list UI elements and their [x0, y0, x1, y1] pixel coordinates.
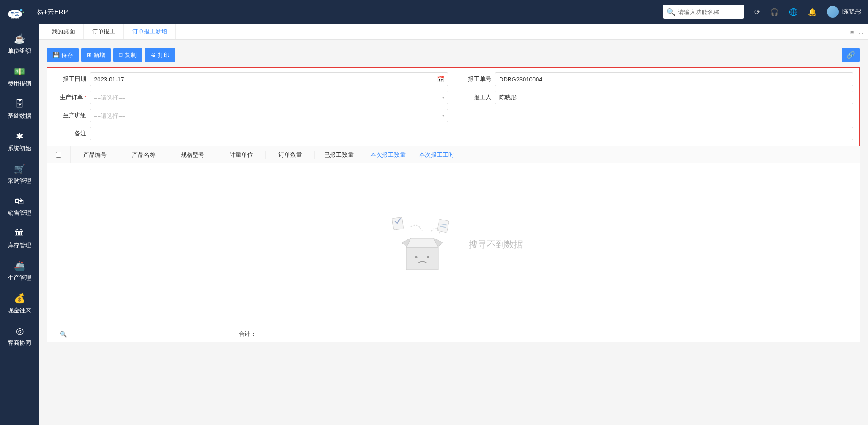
table: 产品编号产品名称规格型号计量单位订单数量已报工数量本次报工数量本次报工工时: [47, 146, 860, 342]
sidebar-item-5[interactable]: 🛍销售管理: [0, 191, 39, 223]
search-input[interactable]: [678, 9, 754, 15]
order-select[interactable]: ==请选择==: [90, 91, 448, 104]
sidebar-icon: ☕: [14, 33, 25, 44]
save-button[interactable]: 💾保存: [47, 48, 79, 62]
collapse-icon[interactable]: −: [52, 331, 56, 338]
sidebar-icon: 🏛: [15, 228, 24, 239]
date-input[interactable]: [90, 72, 448, 86]
tab-2[interactable]: 订单报工新增: [124, 24, 176, 39]
sidebar-icon: ✱: [16, 131, 24, 142]
docno-input[interactable]: [495, 72, 853, 86]
sidebar-icon: 🛍: [15, 196, 24, 206]
svg-point-9: [415, 256, 418, 258]
sidebar-item-8[interactable]: 💰现金往来: [0, 287, 39, 320]
svg-point-10: [427, 256, 429, 258]
logo: 千云KCLOUD 易+云ERP: [7, 5, 68, 19]
form-panel: 报工日期 📅 报工单号 生产订单*: [47, 67, 860, 146]
sidebar-item-9[interactable]: ◎客商协同: [0, 320, 39, 353]
copy-label: 复制: [125, 51, 137, 59]
sidebar-icon: 🛒: [14, 163, 25, 174]
header-checkbox-cell: [47, 146, 71, 163]
new-button[interactable]: ⊞新增: [81, 48, 111, 62]
sidebar-icon: 🗄: [15, 99, 24, 109]
footer-search-icon[interactable]: 🔍: [60, 331, 67, 338]
sidebar-icon: 💵: [14, 66, 25, 77]
refresh-icon[interactable]: ⟳: [754, 8, 760, 16]
sidebar-label: 客商协同: [8, 339, 31, 347]
reporter-input[interactable]: [495, 91, 853, 104]
support-icon[interactable]: 🎧: [770, 8, 779, 16]
svg-point-1: [20, 9, 23, 11]
sidebar-item-6[interactable]: 🏛库存管理: [0, 223, 39, 255]
col-header-3: 计量单位: [217, 151, 266, 159]
sidebar-label: 系统初始: [8, 144, 31, 153]
svg-rect-11: [392, 217, 403, 230]
toolbar: 💾保存 ⊞新增 ⧉复制 🖨打印 🔗: [47, 48, 860, 62]
sidebar-icon: 🚢: [14, 260, 25, 271]
tab-0[interactable]: 我的桌面: [43, 24, 84, 39]
sidebar-label: 现金往来: [8, 306, 31, 315]
empty-text: 搜寻不到数据: [469, 239, 523, 251]
col-header-5: 已报工数量: [315, 151, 363, 159]
team-select[interactable]: ==请选择==: [90, 109, 448, 122]
sidebar-item-1[interactable]: 💵费用报销: [0, 61, 39, 93]
share-icon: 🔗: [846, 51, 855, 59]
svg-marker-6: [406, 238, 438, 247]
print-button[interactable]: 🖨打印: [145, 48, 175, 62]
sidebar-label: 销售管理: [8, 209, 31, 217]
globe-icon[interactable]: 🌐: [789, 8, 798, 16]
user-menu[interactable]: 陈晓彤: [827, 6, 861, 18]
sidebar-label: 生产管理: [8, 274, 31, 282]
print-label: 打印: [158, 51, 170, 59]
tabs-bar: 我的桌面订单报工订单报工新增 ▣ ⛶: [39, 24, 868, 40]
svg-text:KCLOUD: KCLOUD: [11, 17, 19, 19]
username: 陈晓彤: [842, 8, 861, 16]
share-button[interactable]: 🔗: [842, 48, 860, 62]
select-all-checkbox[interactable]: [56, 152, 61, 158]
sidebar-item-3[interactable]: ✱系统初始: [0, 125, 39, 158]
tab-1[interactable]: 订单报工: [84, 24, 124, 39]
sidebar-item-0[interactable]: ☕单位组织: [0, 28, 39, 61]
top-header: 千云KCLOUD 易+云ERP 🔍 ⟳ 🎧 🌐 🔔 陈晓彤: [0, 0, 868, 24]
main-area: 我的桌面订单报工订单报工新增 ▣ ⛶ 💾保存 ⊞新增 ⧉复制 🖨打印 🔗 报工日…: [39, 24, 868, 425]
col-header-6: 本次报工数量: [363, 151, 412, 159]
col-header-4: 订单数量: [266, 151, 315, 159]
svg-rect-5: [406, 247, 438, 270]
copy-button[interactable]: ⧉复制: [113, 48, 142, 62]
col-header-0: 产品编号: [71, 151, 119, 159]
bell-icon[interactable]: 🔔: [808, 8, 817, 16]
reporter-label: 报工人: [459, 93, 491, 101]
plus-icon: ⊞: [87, 52, 92, 58]
new-label: 新增: [94, 51, 105, 59]
docno-label: 报工单号: [459, 75, 491, 83]
tabs-controls: ▣ ⛶: [849, 24, 868, 39]
empty-box-icon: [384, 211, 461, 279]
header-right: 🔍 ⟳ 🎧 🌐 🔔 陈晓彤: [663, 5, 861, 19]
col-header-1: 产品名称: [119, 151, 168, 159]
col-header-7: 本次报工工时: [412, 151, 461, 159]
sidebar-item-4[interactable]: 🛒采购管理: [0, 158, 39, 191]
save-label: 保存: [61, 51, 73, 59]
search-box[interactable]: 🔍: [663, 5, 744, 19]
expand-icon[interactable]: ⛶: [858, 29, 863, 35]
date-label: 报工日期: [54, 75, 86, 83]
save-icon: 💾: [52, 52, 60, 58]
svg-point-2: [23, 12, 24, 13]
table-header: 产品编号产品名称规格型号计量单位订单数量已报工数量本次报工数量本次报工工时: [47, 146, 860, 163]
sidebar-label: 基础数据: [8, 112, 31, 120]
sidebar-icon: 💰: [14, 293, 25, 304]
table-footer: − 🔍 合计：: [47, 326, 860, 342]
close-tab-icon[interactable]: ▣: [849, 29, 854, 35]
sidebar-item-2[interactable]: 🗄基础数据: [0, 93, 39, 125]
app-name: 易+云ERP: [37, 8, 68, 16]
sidebar-label: 采购管理: [8, 177, 31, 185]
sidebar-item-7[interactable]: 🚢生产管理: [0, 255, 39, 287]
remark-input[interactable]: [90, 127, 853, 140]
print-icon: 🖨: [150, 52, 156, 58]
logo-icon: 千云KCLOUD: [7, 5, 26, 19]
sidebar-icon: ◎: [16, 325, 24, 336]
sidebar-label: 库存管理: [8, 241, 31, 249]
sidebar-label: 单位组织: [8, 47, 31, 55]
search-icon: 🔍: [666, 8, 675, 16]
content: 💾保存 ⊞新增 ⧉复制 🖨打印 🔗 报工日期 📅 报工单: [39, 40, 868, 425]
